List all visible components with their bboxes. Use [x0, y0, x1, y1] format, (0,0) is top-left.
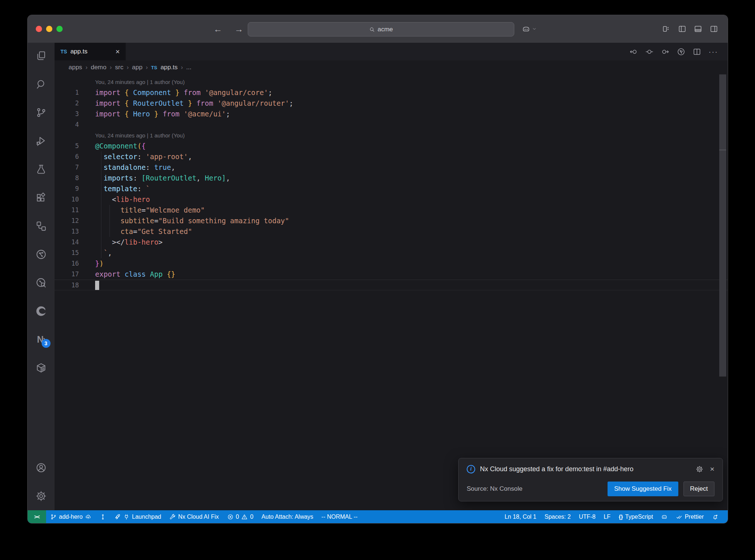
- customize-layout-icon[interactable]: [662, 25, 671, 33]
- cursor-position-status[interactable]: Ln 18, Col 1: [501, 510, 540, 523]
- search-icon: [35, 78, 47, 90]
- auto-attach-status[interactable]: Auto Attach: Always: [257, 510, 317, 523]
- graph-search-icon: [35, 277, 47, 288]
- gitlens-blame: You, 24 minutes ago | 1 author (You): [79, 130, 185, 141]
- notification-close-icon[interactable]: ×: [710, 465, 714, 473]
- line-number: 11: [55, 205, 79, 216]
- notification-source: Source: Nx Console: [467, 485, 522, 493]
- nx-cloud-fix-button[interactable]: Nx Cloud AI Fix: [165, 510, 223, 523]
- typescript-file-icon: TS: [151, 65, 157, 70]
- copilot-menu[interactable]: [522, 15, 537, 43]
- code-row: 10 <lib-hero: [55, 194, 728, 205]
- typescript-file-icon: TS: [60, 49, 67, 55]
- vim-mode-status[interactable]: -- NORMAL --: [317, 510, 362, 523]
- split-editor-icon[interactable]: [693, 48, 701, 56]
- breadcrumb-demo[interactable]: demo: [91, 64, 107, 71]
- code-row: 14 ></lib-hero>: [55, 237, 728, 248]
- breadcrumb-file[interactable]: app.ts: [160, 64, 177, 71]
- reject-button[interactable]: Reject: [683, 482, 714, 496]
- branch-status[interactable]: add-hero: [46, 510, 95, 523]
- git-branch-icon: [50, 514, 57, 520]
- more-actions-icon[interactable]: ···: [709, 48, 718, 56]
- chevron-right-icon: ›: [127, 64, 129, 71]
- breadcrumb-apps[interactable]: apps: [69, 64, 82, 71]
- breadcrumb-src[interactable]: src: [115, 64, 123, 71]
- remote-indicator[interactable]: ><: [28, 510, 46, 523]
- gitlens-blame: You, 24 minutes ago | 1 author (You): [79, 77, 185, 87]
- show-suggested-fix-button[interactable]: Show Suggested Fix: [608, 482, 678, 496]
- code-row: 15 `,: [55, 248, 728, 258]
- editor-actions: ···: [629, 43, 728, 60]
- code-row: 7 standalone: true,: [55, 162, 728, 173]
- formatter-status[interactable]: Prettier: [672, 510, 708, 523]
- activity-testing[interactable]: [31, 158, 52, 180]
- encoding-status[interactable]: UTF-8: [575, 510, 599, 523]
- activity-explorer[interactable]: [31, 45, 52, 66]
- hierarchy-icon: [35, 220, 47, 232]
- line-number: 8: [55, 173, 79, 183]
- status-bar: >< add-hero Launchpad Nx Cloud AI Fix: [28, 510, 728, 523]
- eol-status[interactable]: LF: [599, 510, 615, 523]
- toggle-right-panel-icon[interactable]: [710, 25, 718, 33]
- layout-controls: [662, 15, 718, 43]
- nav-forward-icon[interactable]: [661, 48, 669, 56]
- title-bar: ← → acme: [28, 15, 728, 43]
- chevron-down-icon: [532, 27, 537, 31]
- explorer-icon: [35, 50, 47, 62]
- breadcrumb-app[interactable]: app: [132, 64, 142, 71]
- indent-guide: [109, 205, 110, 237]
- activity-account[interactable]: [31, 457, 52, 478]
- blame-row: You, 24 minutes ago | 1 author (You): [55, 130, 728, 141]
- activity-nx-console[interactable]: N› 3: [31, 329, 52, 350]
- activity-extensions[interactable]: [31, 187, 52, 208]
- command-center-search[interactable]: acme: [248, 22, 514, 36]
- history-forward-button[interactable]: →: [233, 24, 245, 34]
- activity-source-control[interactable]: [31, 102, 52, 123]
- rocket-icon: [114, 514, 121, 520]
- history-back-button[interactable]: ←: [212, 24, 224, 34]
- vim-block-cursor: [95, 281, 99, 290]
- container-box-icon: [35, 362, 47, 374]
- tab-close-icon[interactable]: ×: [115, 48, 120, 56]
- notification-settings-gear-icon[interactable]: [696, 465, 703, 473]
- code-row: 16}): [55, 258, 728, 269]
- activity-nx-project-graph[interactable]: [31, 244, 52, 265]
- code-row: 3import { Hero } from '@acme/ui';: [55, 109, 728, 119]
- line-number: 2: [55, 98, 79, 109]
- nav-back-icon[interactable]: [629, 48, 638, 56]
- wrench-icon: [169, 514, 176, 520]
- activity-containers[interactable]: [31, 357, 52, 378]
- nav-position-icon[interactable]: [645, 48, 654, 56]
- activity-settings[interactable]: [31, 485, 52, 507]
- tab-app-ts[interactable]: TS app.ts ×: [55, 43, 126, 60]
- toggle-left-panel-icon[interactable]: [678, 25, 686, 33]
- code-row: 17export class App {}: [55, 269, 728, 280]
- line-number: 12: [55, 216, 79, 226]
- notifications-bell[interactable]: [708, 510, 723, 523]
- zoom-window-button[interactable]: [56, 26, 63, 32]
- activity-search[interactable]: [31, 73, 52, 95]
- breadcrumb-symbol[interactable]: ...: [186, 64, 191, 71]
- copilot-status[interactable]: [657, 510, 672, 523]
- code-row: 11 title="Welcmoe demo": [55, 205, 728, 216]
- code-editor[interactable]: You, 24 minutes ago | 1 author (You)1imp…: [55, 74, 728, 510]
- commit-graph-button[interactable]: [95, 510, 110, 523]
- editor-scrollbar[interactable]: [719, 74, 726, 377]
- line-number: 18: [55, 280, 79, 290]
- minimize-window-button[interactable]: [46, 26, 52, 32]
- info-icon: i: [467, 465, 475, 473]
- line-number: 16: [55, 258, 79, 269]
- indentation-status[interactable]: Spaces: 2: [540, 510, 575, 523]
- nx-run-icon[interactable]: [677, 48, 685, 56]
- toggle-bottom-panel-icon[interactable]: [694, 25, 702, 33]
- activity-graph-search[interactable]: [31, 272, 52, 293]
- settings-gear-icon: [35, 490, 47, 502]
- code-row: 1import { Component } from '@angular/cor…: [55, 87, 728, 98]
- activity-project-hierarchy[interactable]: [31, 215, 52, 237]
- activity-run-debug[interactable]: [31, 130, 52, 151]
- launchpad-button[interactable]: Launchpad: [110, 510, 165, 523]
- language-mode-status[interactable]: {}TypeScript: [615, 510, 657, 523]
- close-window-button[interactable]: [36, 26, 42, 32]
- activity-edge-tools[interactable]: [31, 300, 52, 322]
- problems-button[interactable]: 0 0: [223, 510, 258, 523]
